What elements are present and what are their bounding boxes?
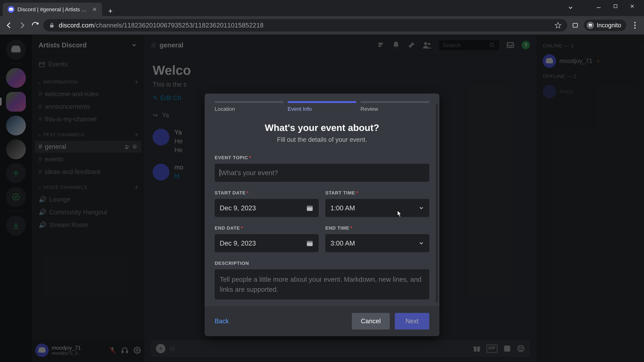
svg-rect-41 [307,241,313,243]
svg-marker-4 [555,22,561,28]
svg-rect-5 [573,23,578,27]
end-time-label: END TIME* [325,225,429,231]
modal-scrollbar[interactable] [436,104,438,303]
lock-icon [49,22,55,28]
svg-point-8 [634,22,636,23]
close-window-button[interactable] [629,3,636,9]
start-date-input[interactable]: Dec 9, 2023 [215,199,319,217]
calendar-icon [306,204,314,212]
new-tab-button[interactable]: + [105,6,116,16]
browser-titlebar: Discord | #general | Artists Disc… ✕ + [0,0,644,16]
description-input[interactable]: Tell people a little more about your eve… [215,269,429,300]
maximize-button[interactable] [612,3,619,9]
end-date-label: END DATE* [215,225,319,231]
svg-rect-1 [614,5,617,8]
modal-subtitle: Fill out the details of your event. [215,136,429,143]
step-location[interactable]: Location [215,101,284,112]
step-indicator: Location Event Info Review [215,101,429,112]
description-label: DESCRIPTION [215,261,429,266]
modal-title: What's your event about? [215,122,429,133]
url-text: discord.com/channels/1182362010067935253… [59,22,264,29]
svg-point-7 [590,25,592,27]
browser-tab[interactable]: Discord | #general | Artists Disc… ✕ [3,3,102,16]
reload-button[interactable] [30,20,40,30]
end-time-select[interactable]: 3:00 AM [325,234,429,252]
modal-footer: Back Cancel Next [204,306,440,336]
event-topic-input[interactable]: What's your event? [215,164,429,182]
cancel-button[interactable]: Cancel [352,313,390,330]
browser-toolbar: discord.com/channels/1182362010067935253… [0,16,644,34]
extensions-icon[interactable] [570,20,580,30]
end-date-input[interactable]: Dec 9, 2023 [215,234,319,252]
tabs-dropdown-icon[interactable] [568,5,574,11]
incognito-icon [587,22,594,29]
step-review[interactable]: Review [360,101,429,112]
start-time-label: START TIME* [325,190,429,196]
svg-rect-39 [307,206,313,207]
start-time-select[interactable]: 1:00 AM [325,199,429,217]
event-topic-label: EVENT TOPIC* [215,155,429,160]
calendar-icon [306,239,314,247]
minimize-button[interactable] [595,3,602,9]
start-date-label: START DATE* [215,190,319,196]
create-event-modal: Location Event Info Review What's your e… [204,93,440,336]
browser-menu-icon[interactable] [630,20,640,30]
chevron-down-icon [418,205,424,211]
chevron-down-icon [418,240,424,246]
bookmark-star-icon[interactable] [554,22,562,29]
forward-button[interactable] [17,20,27,30]
tab-title: Discord | #general | Artists Disc… [18,6,88,12]
svg-point-10 [634,27,636,29]
incognito-indicator[interactable]: Incognito [584,19,626,31]
mouse-cursor [397,210,402,218]
back-button[interactable]: Back [215,318,229,325]
svg-point-6 [589,25,590,27]
next-button[interactable]: Next [395,313,429,330]
step-event-info[interactable]: Event Info [288,101,356,112]
discord-favicon-icon [8,6,14,13]
back-button[interactable] [4,20,14,30]
address-bar[interactable]: discord.com/channels/1182362010067935253… [43,19,567,31]
svg-point-9 [634,25,636,26]
close-tab-icon[interactable]: ✕ [92,6,97,13]
